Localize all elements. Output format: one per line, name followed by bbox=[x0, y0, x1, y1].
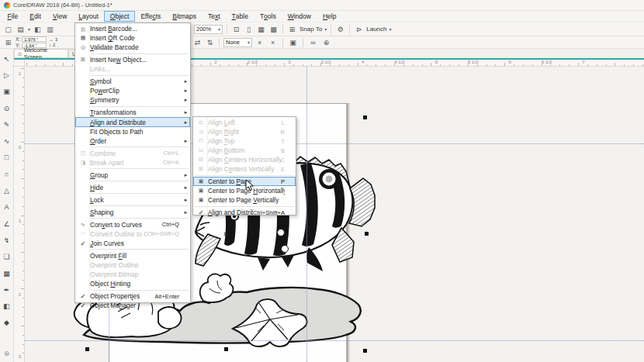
menu-item-group[interactable]: Group▸ bbox=[75, 171, 190, 180]
ellipse-tool[interactable]: ○ bbox=[1, 166, 13, 182]
menu-item-insert-qr-code[interactable]: ▦Insert QR Code bbox=[75, 33, 190, 43]
chevron-down-icon[interactable]: ▾ bbox=[324, 26, 327, 32]
eyedropper-tool[interactable]: ✒ bbox=[1, 281, 13, 298]
rectangle-tool[interactable]: □ bbox=[1, 150, 13, 166]
menu-separator bbox=[91, 193, 189, 194]
open-document-icon[interactable]: ▤ bbox=[16, 24, 26, 34]
zoom-level-combo[interactable]: 200% ▾ bbox=[194, 25, 223, 34]
ruler-tick bbox=[606, 64, 607, 66]
dimension-tool[interactable]: ∠ bbox=[1, 215, 13, 232]
remove-fill-icon[interactable]: × bbox=[254, 37, 265, 47]
y-label: Y: bbox=[16, 43, 20, 48]
smart-fill-tool[interactable]: ◆ bbox=[1, 315, 13, 331]
menu-item-insert-barcode[interactable]: |||Insert Barcode... bbox=[75, 24, 190, 33]
selection-handle[interactable] bbox=[365, 232, 369, 236]
menu-item-object-properties[interactable]: ✓Object PropertiesAlt+Enter bbox=[75, 291, 190, 301]
menu-item-symmetry[interactable]: Symmetry▸ bbox=[75, 95, 190, 105]
menubar-item-file[interactable]: File bbox=[2, 11, 24, 22]
menubar-item-object[interactable]: Object bbox=[104, 11, 135, 22]
menu-item-align-and-distribute[interactable]: ✓Align and DistributeCtrl+Shift+A bbox=[193, 208, 296, 217]
object-width-field[interactable]: 3 bbox=[55, 37, 57, 42]
add-preset-icon[interactable]: ⊕ bbox=[321, 37, 331, 47]
menubar-item-window[interactable]: Window bbox=[282, 11, 317, 22]
menubar-item-tools[interactable]: Tools bbox=[254, 11, 282, 22]
selection-handle[interactable] bbox=[363, 115, 367, 119]
shape-tool[interactable]: ▷ bbox=[1, 67, 13, 83]
object-menu: |||Insert Barcode...▦Insert QR Code◎Vali… bbox=[74, 22, 191, 303]
menubar-item-table[interactable]: Table bbox=[226, 11, 254, 22]
link-group-icon[interactable]: ∞ bbox=[308, 37, 318, 47]
polygon-tool[interactable]: △ bbox=[1, 182, 13, 198]
menu-item-object-manager[interactable]: ✓Object Manager bbox=[75, 301, 190, 310]
show-grid-icon[interactable]: ▦ bbox=[256, 24, 266, 34]
bounding-box-icon[interactable]: ▣ bbox=[288, 37, 298, 47]
menu-item-fit-objects-to-path[interactable]: Fit Objects to Path bbox=[75, 127, 190, 136]
menu-item-overprint-fill[interactable]: Overprint Fill bbox=[75, 251, 190, 260]
print-icon[interactable]: ▥ bbox=[45, 24, 55, 34]
outline-width-combo[interactable]: None ▾ bbox=[223, 38, 252, 47]
menu-separator bbox=[195, 175, 294, 176]
menu-item-object-hinting[interactable]: Object Hinting bbox=[75, 279, 190, 288]
menu-item-lock[interactable]: Lock▸ bbox=[75, 195, 190, 205]
menu-item-join-curves[interactable]: ✓Join Curves bbox=[75, 239, 190, 248]
menu-item-insert-new-object[interactable]: ⊞Insert New Object... bbox=[75, 55, 190, 64]
full-screen-preview-icon[interactable]: ⊡ bbox=[231, 24, 241, 34]
launch-button[interactable]: Launch bbox=[366, 26, 386, 33]
menu-item-convert-to-curves[interactable]: ∿Convert to CurvesCtrl+Q bbox=[75, 220, 190, 229]
zoom-tool[interactable]: ⊙ bbox=[1, 100, 13, 116]
crop-tool[interactable]: ▣ bbox=[1, 84, 13, 100]
menubar-item-help[interactable]: Help bbox=[317, 11, 341, 22]
menubar-item-text[interactable]: Text bbox=[203, 11, 227, 22]
menu-item-powerclip[interactable]: PowerClip▸ bbox=[75, 86, 190, 95]
text-tool[interactable]: A bbox=[1, 199, 13, 215]
new-document-icon[interactable]: ▢ bbox=[3, 24, 13, 34]
chevron-down-icon[interactable]: ▾ bbox=[28, 26, 30, 32]
bspline-tool[interactable]: ∿ bbox=[1, 133, 13, 149]
menubar-item-bitmaps[interactable]: Bitmaps bbox=[167, 11, 203, 22]
freehand-tool[interactable]: ✎ bbox=[1, 116, 13, 133]
menubar-item-edit[interactable]: Edit bbox=[24, 11, 47, 22]
mirror-vertical-icon[interactable]: ⇅ bbox=[205, 37, 215, 47]
selection-handle[interactable] bbox=[224, 347, 228, 351]
ruler-origin-corner[interactable] bbox=[14, 60, 25, 67]
menu-item-center-to-page[interactable]: ▣Center to PageP bbox=[193, 177, 296, 186]
guideline-horizontal[interactable] bbox=[25, 340, 644, 341]
drop-shadow-tool[interactable]: ❏ bbox=[1, 249, 13, 265]
ruler-tick bbox=[220, 64, 220, 66]
menu-item-align-and-distribute[interactable]: Align and Distribute▸ bbox=[75, 117, 190, 126]
menubar-item-effects[interactable]: Effects bbox=[135, 11, 167, 22]
launch-icon: ⊳ bbox=[354, 24, 364, 34]
show-guidelines-icon[interactable]: ▩ bbox=[268, 24, 279, 34]
menu-item-center-to-page-horizontally[interactable]: ▣Center to Page Horizontally bbox=[193, 186, 296, 195]
menu-item-symbol[interactable]: Symbol▸ bbox=[75, 77, 190, 86]
menu-item-hide[interactable]: Hide▸ bbox=[75, 183, 190, 192]
menu-item-transformations[interactable]: Transformations▸ bbox=[75, 108, 190, 117]
transparency-tool[interactable]: ▦ bbox=[1, 265, 13, 281]
selection-handle[interactable] bbox=[363, 349, 367, 353]
interactive-fill-tool[interactable]: ◧ bbox=[1, 298, 13, 314]
menu-item-order[interactable]: Order▸ bbox=[75, 136, 190, 146]
vertical-ruler[interactable]: 10123 bbox=[14, 67, 25, 362]
save-icon[interactable]: ◧ bbox=[33, 24, 43, 34]
submenu-arrow-icon: ▸ bbox=[182, 197, 189, 203]
pick-tool[interactable]: ↖ bbox=[1, 50, 13, 67]
selection-center-mark[interactable]: × bbox=[223, 230, 227, 238]
menubar-item-layout[interactable]: Layout bbox=[73, 11, 105, 22]
chevron-down-icon[interactable]: ▾ bbox=[390, 26, 392, 32]
tab-welcome-screen[interactable]: ⌂ Welcome Screen bbox=[14, 49, 68, 58]
mirror-horizontal-icon[interactable]: ⇄ bbox=[192, 37, 203, 47]
selection-handle[interactable] bbox=[85, 347, 89, 351]
options-gear-icon[interactable]: ⚙ bbox=[335, 24, 345, 34]
connector-tool[interactable]: ↯ bbox=[1, 232, 13, 248]
menubar-item-view[interactable]: View bbox=[47, 11, 72, 22]
snap-to-button[interactable]: Snap To bbox=[299, 26, 322, 33]
ruler-label: 5 1/2 bbox=[468, 60, 478, 64]
remove-outline-icon[interactable]: × bbox=[268, 37, 278, 47]
menu-item-validate-barcode[interactable]: ◎Validate Barcode bbox=[75, 43, 190, 52]
add-tools-button[interactable]: ⊕ bbox=[1, 345, 13, 361]
x-position-field[interactable]: 1.976 " bbox=[22, 36, 47, 42]
guideline-vertical[interactable] bbox=[306, 67, 307, 362]
show-rulers-icon[interactable]: ▯ bbox=[244, 24, 254, 34]
menu-item-shaping[interactable]: Shaping▸ bbox=[75, 208, 190, 217]
menu-item-center-to-page-vertically[interactable]: ▣Center to Page Vertically bbox=[193, 195, 296, 205]
